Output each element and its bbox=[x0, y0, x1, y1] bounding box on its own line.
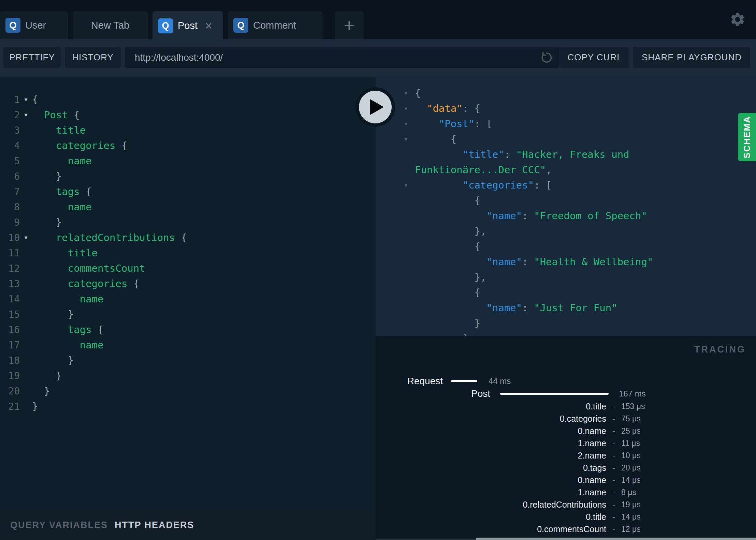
plus-icon: + bbox=[344, 16, 355, 34]
trace-span-value: 167 ms bbox=[619, 389, 646, 399]
trace-dash: - bbox=[606, 402, 621, 411]
code-token bbox=[415, 149, 463, 160]
tracing-hscrollbar-thumb[interactable] bbox=[476, 538, 756, 540]
code-text: title bbox=[32, 123, 86, 138]
trace-dash: - bbox=[606, 426, 621, 436]
fold-arrow-icon[interactable]: ▼ bbox=[401, 132, 411, 147]
trace-row: 0.name-25 μs bbox=[376, 425, 756, 437]
editor-line[interactable]: 18 } bbox=[0, 353, 376, 368]
reload-schema-icon[interactable] bbox=[539, 50, 554, 65]
add-tab-button[interactable]: + bbox=[335, 11, 364, 39]
fold-spacer bbox=[20, 276, 32, 291]
code-token: "data" bbox=[427, 103, 463, 114]
line-number: 21 bbox=[0, 399, 20, 414]
editor-line[interactable]: 16 tags { bbox=[0, 322, 376, 338]
fold-spacer bbox=[20, 245, 32, 261]
code-token: { bbox=[68, 109, 80, 121]
editor-line[interactable]: 10▼ relatedContributions { bbox=[0, 230, 376, 245]
editor-line[interactable]: 12 commentsCount bbox=[0, 261, 376, 276]
trace-dash: - bbox=[606, 487, 621, 497]
close-icon[interactable]: × bbox=[205, 20, 212, 32]
line-number: 5 bbox=[0, 153, 20, 169]
editor-line[interactable]: 5 name bbox=[0, 153, 376, 169]
code-token: "name" bbox=[486, 210, 522, 222]
trace-span-label: Post bbox=[376, 388, 490, 400]
fold-arrow-icon[interactable]: ▼ bbox=[401, 101, 411, 116]
tab-new-tab[interactable]: New Tab bbox=[73, 11, 148, 39]
editor-line[interactable]: 6 } bbox=[0, 169, 376, 184]
code-token: "categories" bbox=[463, 179, 534, 191]
code-token bbox=[415, 210, 486, 222]
share-playground-button[interactable]: SHARE PLAYGROUND bbox=[633, 47, 750, 68]
http-headers-tab[interactable]: HTTP HEADERS bbox=[115, 520, 194, 530]
fold-arrow-icon[interactable]: ▼ bbox=[20, 107, 32, 123]
prettify-button[interactable]: PRETTIFY bbox=[3, 47, 61, 68]
editor-line[interactable]: 15 } bbox=[0, 307, 376, 322]
tab-label: Post bbox=[178, 20, 198, 31]
trace-row: 0.commentsCount-12 μs bbox=[376, 523, 756, 535]
editor-line[interactable]: 11 title bbox=[0, 245, 376, 261]
fold-arrow-icon[interactable]: ▼ bbox=[401, 86, 411, 101]
fold-arrow-icon[interactable]: ▼ bbox=[401, 116, 411, 132]
code-token: "name" bbox=[486, 256, 522, 268]
tab-post[interactable]: Q Post × bbox=[152, 11, 223, 40]
response-line: }, bbox=[376, 270, 756, 285]
response-line: { bbox=[376, 239, 756, 254]
tab-user[interactable]: Q User bbox=[0, 11, 68, 39]
editor-line[interactable]: 9 } bbox=[0, 215, 376, 230]
editor-line[interactable]: 4 categories { bbox=[0, 138, 376, 153]
trace-dash: - bbox=[606, 512, 621, 522]
tab-comment[interactable]: Q Comment bbox=[228, 11, 322, 39]
trace-row: 2.name-10 μs bbox=[376, 449, 756, 462]
query-editor[interactable]: 1▼{2▼ Post {3 title4 categories {5 name6… bbox=[0, 77, 376, 510]
code-token: title bbox=[32, 124, 86, 136]
fold-spacer bbox=[20, 138, 32, 153]
code-token: name bbox=[32, 201, 92, 213]
code-token: name bbox=[32, 339, 104, 351]
editor-line[interactable]: 13 categories { bbox=[0, 276, 376, 291]
code-text: name bbox=[32, 199, 92, 215]
execute-query-button[interactable] bbox=[355, 87, 395, 127]
line-number: 13 bbox=[0, 276, 20, 291]
code-token: tags bbox=[32, 324, 92, 335]
code-text: } bbox=[32, 384, 50, 399]
endpoint-url-input[interactable] bbox=[125, 47, 559, 68]
response-line: ▼ { bbox=[376, 132, 756, 147]
fold-arrow-icon[interactable]: ▼ bbox=[20, 92, 32, 107]
trace-row: 0.title-153 μs bbox=[376, 400, 756, 412]
code-token bbox=[415, 256, 486, 268]
code-text: categories { bbox=[32, 138, 127, 153]
code-token: relatedContributions bbox=[32, 232, 175, 243]
trace-resolver-label: 2.name bbox=[376, 451, 606, 461]
line-number: 1 bbox=[0, 92, 20, 107]
editor-line[interactable]: 21} bbox=[0, 399, 376, 414]
schema-sidebar-tab[interactable]: SCHEMA bbox=[738, 113, 756, 161]
code-token: : bbox=[522, 256, 534, 268]
code-token: , bbox=[546, 164, 552, 176]
copy-curl-button[interactable]: COPY CURL bbox=[560, 47, 629, 68]
code-token: { bbox=[80, 186, 92, 197]
settings-gear-icon[interactable] bbox=[729, 11, 746, 28]
trace-resolver-label: 0.relatedContributions bbox=[376, 500, 606, 510]
editor-line[interactable]: 1▼{ bbox=[0, 92, 376, 107]
fold-arrow-icon[interactable]: ▼ bbox=[401, 178, 411, 193]
editor-line[interactable]: 7 tags { bbox=[0, 184, 376, 199]
editor-line[interactable]: 17 name bbox=[0, 338, 376, 353]
history-button[interactable]: HISTORY bbox=[65, 47, 121, 68]
editor-line[interactable]: 2▼ Post { bbox=[0, 107, 376, 123]
editor-line[interactable]: 20 } bbox=[0, 384, 376, 399]
fold-spacer bbox=[20, 368, 32, 384]
editor-line[interactable]: 3 title bbox=[0, 123, 376, 138]
editor-line[interactable]: 8 name bbox=[0, 199, 376, 215]
editor-line[interactable]: 14 name bbox=[0, 291, 376, 307]
editor-line[interactable]: 19 } bbox=[0, 368, 376, 384]
trace-resolver-label: 0.commentsCount bbox=[376, 524, 606, 534]
query-variables-tab[interactable]: QUERY VARIABLES bbox=[10, 520, 108, 530]
fold-arrow-icon[interactable]: ▼ bbox=[20, 230, 32, 245]
code-token bbox=[415, 302, 486, 314]
tracing-panel: TRACING Request 44 ms Post 167 ms 0.titl… bbox=[376, 336, 756, 540]
trace-row: 1.name-8 μs bbox=[376, 486, 756, 498]
play-icon bbox=[359, 91, 392, 123]
line-number: 11 bbox=[0, 245, 20, 261]
fold-spacer bbox=[20, 169, 32, 184]
